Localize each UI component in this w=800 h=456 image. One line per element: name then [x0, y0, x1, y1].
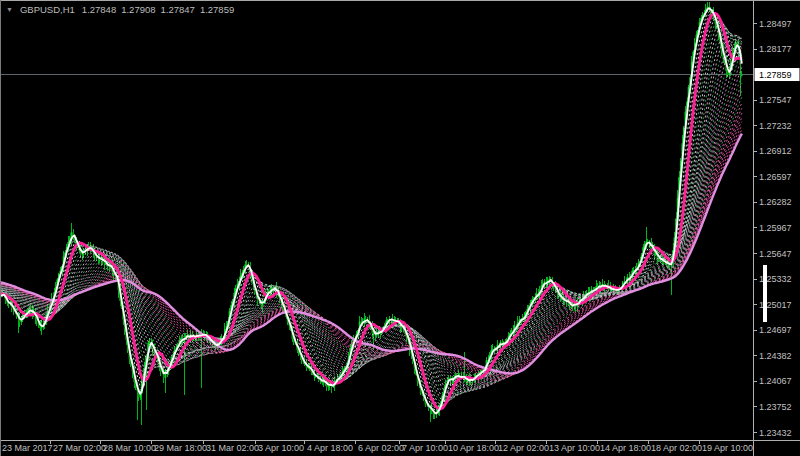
price-axis[interactable] — [754, 0, 800, 440]
ohlc-high-value: 1.27908 — [121, 4, 155, 15]
ohlc-low-value: 1.27847 — [161, 4, 195, 15]
mt4-chart-window: ▼ GBPUSD,H1 1.27848 1.27908 1.27847 1.27… — [0, 0, 800, 456]
ohlc-close-value: 1.27859 — [200, 4, 234, 15]
symbol-timeframe-label: GBPUSD,H1 — [20, 4, 75, 15]
chart-ohlc-header: ▼ GBPUSD,H1 1.27848 1.27908 1.27847 1.27… — [6, 4, 234, 15]
time-axis[interactable] — [0, 441, 800, 456]
ohlc-open-value: 1.27848 — [82, 4, 116, 15]
price-chart-canvas[interactable]: 1.284971.281771.275471.272321.269121.265… — [0, 0, 800, 456]
symbol-dropdown-arrow-icon[interactable]: ▼ — [6, 6, 13, 13]
